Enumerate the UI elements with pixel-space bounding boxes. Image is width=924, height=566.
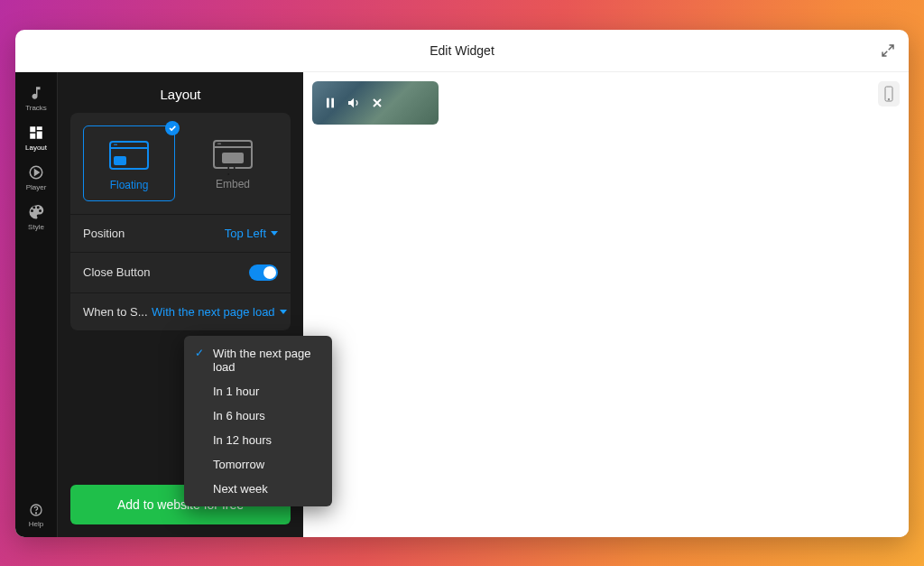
setting-position: Position Top Left [70,214,291,252]
setting-value: With the next page load [152,305,275,319]
sidebar-tab-layout[interactable]: Layout [15,117,57,157]
when-to-show-dropdown: With the next page load In 1 hour In 6 h… [184,336,332,506]
device-preview-toggle[interactable] [878,81,900,107]
setting-value: Top Left [225,227,266,240]
svg-rect-3 [327,97,329,107]
close-icon [370,96,384,110]
svg-point-6 [888,98,890,100]
layout-option-label: Embed [216,178,250,190]
svg-point-2 [35,512,36,513]
close-button-toggle[interactable] [249,264,278,281]
sidebar-tab-style[interactable]: Style [15,197,57,237]
setting-label: When to S... [83,305,148,319]
close-widget-button[interactable] [370,96,384,110]
layout-option-embed[interactable]: Embed [188,125,278,201]
toggle-knob [263,266,276,279]
layout-panel: Layout Floating [58,72,303,537]
palette-icon [28,204,44,220]
titlebar: Edit Widget [15,30,909,72]
pause-button[interactable] [323,96,337,110]
layout-icon [28,125,44,141]
editor-window: Edit Widget Tracks Layout Player Style [15,30,909,537]
sidebar-tab-label: Player [26,183,47,191]
sidebar-tab-player[interactable]: Player [15,157,57,197]
preview-canvas [303,72,909,537]
volume-icon [346,96,361,110]
pause-icon [323,96,337,110]
dropdown-item[interactable]: In 1 hour [184,379,332,404]
volume-button[interactable] [346,96,361,110]
help-icon [29,503,43,517]
dropdown-item[interactable]: Tomorrow [184,452,332,477]
embed-thumb-icon [213,140,253,169]
floating-thumb-icon [109,141,149,170]
window-title: Edit Widget [430,43,494,58]
dropdown-item[interactable]: With the next page load [184,341,332,379]
expand-icon[interactable] [880,42,896,59]
svg-rect-4 [331,97,334,107]
setting-label: Position [83,227,125,240]
chevron-down-icon [280,310,287,314]
help-label: Help [29,520,43,528]
sidebar: Tracks Layout Player Style Help [15,72,58,537]
mobile-icon [883,86,894,102]
layout-option-floating[interactable]: Floating [83,125,175,201]
setting-when-to-show: When to S... With the next page load [70,292,291,330]
sidebar-tab-label: Tracks [25,104,47,112]
layout-card: Floating Embed Position Top Left [70,113,291,330]
when-to-show-dropdown-trigger[interactable]: With the next page load [152,305,278,319]
dropdown-item[interactable]: Next week [184,477,332,501]
sidebar-tab-label: Style [28,223,44,231]
check-icon [165,121,180,135]
play-circle-icon [28,164,44,181]
position-dropdown-trigger[interactable]: Top Left [225,227,278,240]
dropdown-item[interactable]: In 12 hours [184,428,332,452]
panel-title: Layout [58,72,303,113]
setting-label: Close Button [83,265,150,279]
music-note-icon [28,85,44,101]
sidebar-help[interactable]: Help [15,503,57,528]
layout-option-label: Floating [110,179,149,191]
sidebar-tab-tracks[interactable]: Tracks [15,78,57,117]
sidebar-tab-label: Layout [25,144,47,152]
dropdown-item[interactable]: In 6 hours [184,404,332,428]
floating-widget-preview [312,81,439,125]
chevron-down-icon [271,231,278,236]
setting-close-button: Close Button [70,252,291,292]
